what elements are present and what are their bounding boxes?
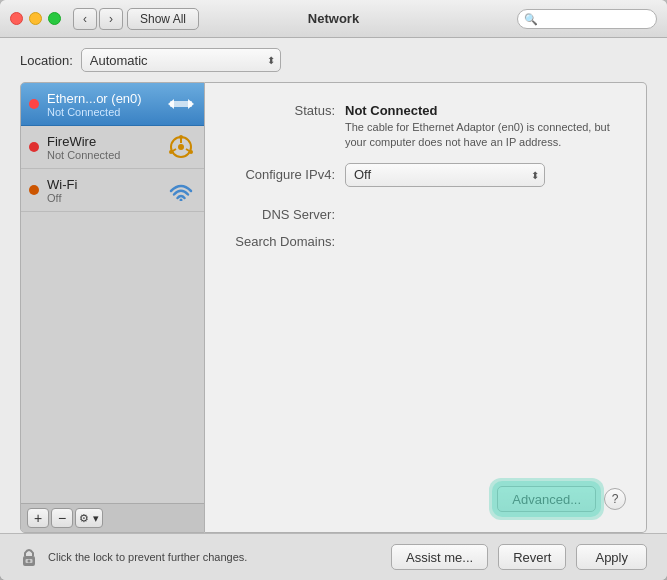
firewire-icon (166, 132, 196, 162)
titlebar: ‹ › Show All Network 🔍 (0, 0, 667, 38)
revert-button[interactable]: Revert (498, 544, 566, 570)
main-panel: Ethern...or (en0) Not Connected (20, 82, 647, 533)
svg-marker-1 (168, 99, 174, 109)
location-row: Location: Automatic Edit Locations... ⬍ (20, 48, 647, 72)
wifi-status: Off (47, 192, 166, 204)
ethernet-icon (166, 89, 196, 119)
configure-ipv4-select[interactable]: Off Using DHCP Using DHCP with manual ad… (345, 163, 545, 187)
status-value-container: Not Connected The cable for Ethernet Ada… (345, 103, 626, 151)
wifi-status-dot (29, 185, 39, 195)
status-value: Not Connected (345, 103, 626, 118)
advanced-button-container: Advanced... (497, 486, 596, 512)
firewire-text: FireWire Not Connected (47, 134, 166, 161)
svg-marker-2 (188, 99, 194, 109)
lock-text: Click the lock to prevent further change… (48, 551, 381, 563)
maximize-button[interactable] (48, 12, 61, 25)
ethernet-status-dot (29, 99, 39, 109)
status-row: Status: Not Connected The cable for Ethe… (225, 103, 626, 151)
network-window: ‹ › Show All Network 🔍 Location: Automat… (0, 0, 667, 580)
add-network-button[interactable]: + (27, 508, 49, 528)
sidebar-item-wifi[interactable]: Wi-Fi Off (21, 169, 204, 212)
minimize-button[interactable] (29, 12, 42, 25)
configure-ipv4-row: Configure IPv4: Off Using DHCP Using DHC… (225, 163, 626, 187)
svg-point-14 (28, 560, 31, 563)
detail-panel: Status: Not Connected The cable for Ethe… (205, 82, 647, 533)
svg-point-10 (189, 150, 193, 154)
location-select[interactable]: Automatic Edit Locations... (81, 48, 281, 72)
lock-icon[interactable] (20, 546, 38, 568)
sidebar: Ethern...or (en0) Not Connected (20, 82, 205, 533)
firewire-name: FireWire (47, 134, 166, 149)
search-domains-row: Search Domains: (225, 234, 626, 249)
remove-network-button[interactable]: − (51, 508, 73, 528)
sidebar-items: Ethern...or (en0) Not Connected (21, 83, 204, 503)
sidebar-item-ethernet[interactable]: Ethern...or (en0) Not Connected (21, 83, 204, 126)
help-button[interactable]: ? (604, 488, 626, 510)
location-label: Location: (20, 53, 73, 68)
ethernet-name: Ethern...or (en0) (47, 91, 166, 106)
assist-me-button[interactable]: Assist me... (391, 544, 488, 570)
sidebar-toolbar: + − ⚙ ▾ (21, 503, 204, 532)
svg-point-9 (169, 150, 173, 154)
wifi-name: Wi-Fi (47, 177, 166, 192)
search-container: 🔍 (517, 9, 657, 29)
firewire-status-dot (29, 142, 39, 152)
show-all-button[interactable]: Show All (127, 8, 199, 30)
bottom-bar: Click the lock to prevent further change… (0, 533, 667, 580)
status-label: Status: (225, 103, 345, 118)
svg-point-11 (180, 199, 183, 202)
window-title: Network (308, 11, 359, 26)
nav-buttons: ‹ › (73, 8, 123, 30)
sidebar-item-firewire[interactable]: FireWire Not Connected (21, 126, 204, 169)
apply-button[interactable]: Apply (576, 544, 647, 570)
dns-server-label: DNS Server: (225, 207, 345, 222)
firewire-status: Not Connected (47, 149, 166, 161)
close-button[interactable] (10, 12, 23, 25)
ethernet-status: Not Connected (47, 106, 166, 118)
wifi-text: Wi-Fi Off (47, 177, 166, 204)
ethernet-text: Ethern...or (en0) Not Connected (47, 91, 166, 118)
status-description: The cable for Ethernet Adaptor (en0) is … (345, 120, 626, 151)
svg-point-8 (179, 135, 183, 139)
forward-button[interactable]: › (99, 8, 123, 30)
detail-spacer (225, 261, 626, 476)
svg-point-7 (178, 144, 184, 150)
back-button[interactable]: ‹ (73, 8, 97, 30)
dns-server-row: DNS Server: (225, 207, 626, 222)
traffic-lights (10, 12, 61, 25)
search-input[interactable] (517, 9, 657, 29)
search-domains-label: Search Domains: (225, 234, 345, 249)
location-select-wrapper: Automatic Edit Locations... ⬍ (81, 48, 281, 72)
advanced-button[interactable]: Advanced... (497, 486, 596, 512)
gear-menu-button[interactable]: ⚙ ▾ (75, 508, 103, 528)
content-area: Location: Automatic Edit Locations... ⬍ (0, 38, 667, 533)
detail-actions: Advanced... ? (225, 486, 626, 512)
configure-select-wrapper: Off Using DHCP Using DHCP with manual ad… (345, 163, 545, 187)
wifi-icon (166, 175, 196, 205)
configure-ipv4-label: Configure IPv4: (225, 167, 345, 182)
